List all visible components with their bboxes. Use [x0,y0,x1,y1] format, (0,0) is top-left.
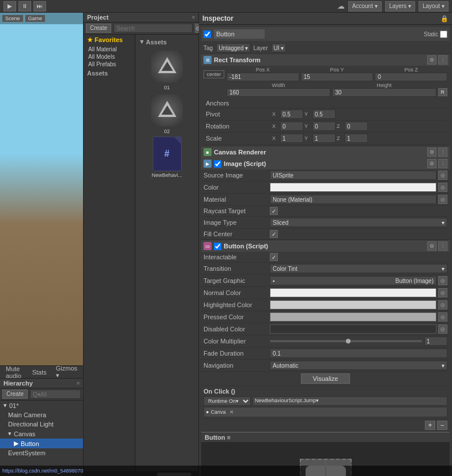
source-image-pick-btn[interactable]: ◎ [438,171,447,180]
pressed-color-swatch[interactable] [270,312,436,322]
pivot-y-input[interactable] [312,109,336,119]
account-dropdown[interactable]: Account ▾ [348,1,382,12]
fade-duration-input[interactable] [270,349,447,358]
rot-y-input[interactable] [312,122,336,131]
fav-item-all-material[interactable]: All Material [84,46,135,53]
button-script-enabled[interactable] [214,243,221,250]
tag-dropdown[interactable]: Untagged ▾ [216,43,250,52]
hierarchy-collapse[interactable]: ≡ [77,380,80,386]
color-multiplier-input[interactable] [424,337,447,346]
step-button[interactable]: ⏭ [33,1,46,12]
normal-color-pick-btn[interactable]: ◎ [438,288,447,297]
fav-item-all-models[interactable]: All Models [84,53,135,61]
image-script-more-btn[interactable]: ⋮ [438,159,447,168]
pivot-x-input[interactable] [280,109,303,119]
scene-tab[interactable]: Scene [2,15,23,22]
canvas-renderer-more-btn[interactable]: ⋮ [438,148,447,157]
hierarchy-item-button[interactable]: ▶ Button [0,439,83,448]
go-active-checkbox[interactable] [204,31,211,38]
hierarchy-item-01[interactable]: ▾ 01* [0,401,83,410]
image-script-section[interactable]: ▶ Image (Script) ⚙ ⋮ [201,158,450,169]
on-click-obj[interactable]: ● Canva ✕ [204,407,447,417]
disabled-color-swatch[interactable] [270,324,436,334]
inspector-lock[interactable]: 🔒 [440,15,449,22]
asset-item-01[interactable]: 01 [147,49,187,90]
hierarchy-item-dir-light[interactable]: Directional Light [0,420,83,429]
pos-z-input[interactable] [375,73,447,81]
func-select[interactable]: NewBehaviourScript.Jump▾ [253,396,447,406]
button-script-menu-btn[interactable]: ⚙ [427,241,436,251]
scale-y-input[interactable] [312,134,336,143]
project-collapse[interactable]: ≡ [192,14,195,20]
assets-section[interactable]: Assets [84,68,135,78]
source-image-dropdown[interactable]: UISprite [270,171,436,180]
pos-x-input[interactable] [227,73,299,81]
material-pick-btn[interactable]: ◎ [438,195,447,204]
asset-item-02[interactable]: 02 [147,93,187,134]
canvas-renderer-section[interactable]: ■ Canvas Renderer ⚙ ⋮ [201,146,450,158]
scene-view[interactable]: Scene Game [0,13,83,365]
fav-item-all-prefabs[interactable]: All Prefabs [84,61,135,68]
color-multiplier-slider[interactable] [270,340,422,342]
hierarchy-item-event-system[interactable]: EventSystem [0,448,83,458]
favorites-section[interactable]: ★ Favorites [84,35,135,46]
rect-transform-section[interactable]: ⊞ Rect Transform ⚙ ⋮ [201,54,450,66]
normal-color-swatch[interactable] [270,288,436,297]
hierarchy-create-btn[interactable]: Create [2,390,28,399]
target-graphic-dropdown[interactable]: ▪ Button (Image) [270,276,436,285]
remove-on-click-btn[interactable]: − [437,421,447,430]
asset-item-cs[interactable]: # NewBehavi... [147,137,187,178]
game-tab[interactable]: Game [25,15,46,22]
image-color-pick-btn[interactable]: ◎ [438,183,447,192]
canvas-renderer-menu-btn[interactable]: ⚙ [427,148,436,157]
obj-clear[interactable]: ✕ [229,409,234,415]
target-graphic-pick-btn[interactable]: ◎ [438,276,447,285]
height-input[interactable] [332,88,436,97]
rect-transform-menu-btn[interactable]: ⚙ [427,55,436,65]
rot-x-input[interactable] [280,122,303,131]
highlighted-color-pick-btn[interactable]: ◎ [438,300,447,309]
button-script-more-btn[interactable]: ⋮ [438,241,447,251]
go-name-input[interactable] [213,29,265,39]
image-script-enabled[interactable] [214,160,221,168]
play-button[interactable]: ▶ [3,1,16,12]
rect-transform-more-btn[interactable]: ⋮ [438,55,447,65]
r-button[interactable]: R [438,88,448,96]
pressed-color-pick-btn[interactable]: ◎ [438,312,447,322]
highlighted-color-swatch[interactable] [270,300,436,309]
layer-dropdown[interactable]: UI ▾ [272,43,286,52]
project-create-btn[interactable]: Create [86,24,111,33]
material-dropdown[interactable]: None (Material) [270,195,436,204]
project-assets[interactable]: ▾ Assets 01 [135,35,198,471]
image-type-dropdown[interactable]: Sliced ▾ [270,218,447,227]
stats-tab[interactable]: Stats [30,368,49,377]
rot-z-input[interactable] [345,122,368,131]
raycast-checkbox[interactable]: ✓ [270,207,278,215]
button-script-section[interactable]: co Button (Script) ⚙ ⋮ [201,240,450,252]
transition-dropdown[interactable]: Color Tint ▾ [270,264,447,273]
layout-dropdown[interactable]: Layout ▾ [419,1,449,12]
right-panel: Inspector 🔒 Static Tag Untagged ▾ [199,13,452,476]
hierarchy-search-input[interactable] [30,390,81,399]
add-on-click-btn[interactable]: + [425,421,435,430]
navigation-row: Navigation Automatic ▾ [201,360,450,372]
interactable-checkbox[interactable]: ✓ [270,253,278,261]
go-static-checkbox[interactable] [440,31,447,38]
pos-y-input[interactable] [301,73,374,81]
runtime-select[interactable]: Runtime On▾ [204,396,251,406]
hierarchy-item-main-camera[interactable]: Main Camera [0,410,83,420]
width-input[interactable] [227,88,330,97]
anchor-picker[interactable]: center [204,70,224,78]
navigation-dropdown[interactable]: Automatic ▾ [270,361,447,370]
image-script-menu-btn[interactable]: ⚙ [427,159,436,168]
scale-z-input[interactable] [345,134,368,143]
fill-center-checkbox[interactable]: ✓ [270,230,278,238]
hierarchy-item-canvas[interactable]: ▾ Canvas [0,429,83,439]
project-search-input[interactable] [114,24,193,33]
disabled-color-pick-btn[interactable]: ◎ [438,324,447,334]
pause-button[interactable]: ⏸ [18,1,31,12]
image-color-swatch[interactable] [270,183,436,192]
visualize-button[interactable]: Visualize [301,373,351,384]
layers-dropdown[interactable]: Layers ▾ [385,1,415,12]
scale-x-input[interactable] [280,134,303,143]
